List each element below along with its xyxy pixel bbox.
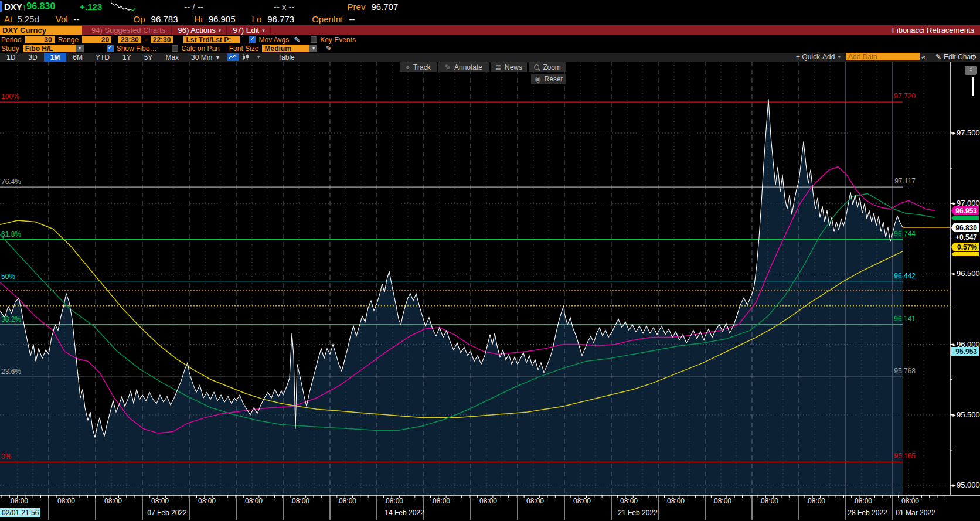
quick-add-button[interactable]: + Quick-Add ▾ <box>796 53 841 61</box>
y-axis-label: ►95.000 <box>952 481 980 489</box>
chevron-down-icon: ▾ <box>262 28 265 33</box>
chevron-down-icon: ▾ <box>219 28 222 33</box>
range-input[interactable]: 20 <box>82 36 111 43</box>
magnifier-icon <box>534 64 539 70</box>
chart-type-dropdown[interactable]: ▾ <box>253 53 264 61</box>
last-trade: -- x -- <box>274 2 295 12</box>
period-input[interactable]: 30 <box>25 36 55 43</box>
at-value: 5:25d <box>17 14 39 24</box>
pencil-icon[interactable]: ✎ <box>325 44 332 53</box>
tick-arrow-icon: ► <box>952 342 957 348</box>
time-axis-label: 08:00 <box>198 497 216 505</box>
edit-menu-button[interactable]: 97) Edit ▾ <box>227 26 270 35</box>
suggested-charts-button[interactable]: 94) Suggested Charts <box>86 26 172 35</box>
date-axis-label: 01 Mar 2022 <box>896 509 935 517</box>
edit-chart-button[interactable]: ✎ Edit Chart <box>935 53 975 61</box>
fib-percent-label: 100% <box>1 93 19 101</box>
tab-5y[interactable]: 5Y <box>138 53 159 62</box>
font-size-label: Font Size <box>229 45 259 53</box>
net-change: +.123 <box>80 2 102 12</box>
pencil-icon: ✎ <box>935 53 941 61</box>
reset-button[interactable]: ◉ Reset <box>531 74 566 84</box>
tab-1m[interactable]: 1M <box>44 53 67 62</box>
news-button[interactable]: ≣ News <box>491 62 527 72</box>
price-area-fill <box>0 99 903 495</box>
mov-avgs-checkbox[interactable] <box>249 36 256 43</box>
key-events-checkbox[interactable] <box>311 36 317 43</box>
tab-max[interactable]: Max <box>159 53 185 62</box>
price-badge: 95.953 <box>951 347 979 356</box>
line-chart-type-icon[interactable] <box>227 53 239 61</box>
sparkline-icon <box>110 1 141 12</box>
pencil-icon[interactable]: ✎ <box>294 35 300 44</box>
tab-1d[interactable]: 1D <box>0 53 22 62</box>
gear-icon[interactable]: ⚙ <box>970 53 977 61</box>
show-fibo-checkbox[interactable] <box>107 45 114 52</box>
crosshair-icon: ⌖ <box>406 63 410 71</box>
low-value: 96.773 <box>267 14 294 24</box>
font-size-value: Medium <box>264 45 291 53</box>
study-value: Fibo H/L <box>25 45 53 53</box>
vol-value: -- <box>74 14 80 24</box>
interval-value: 30 Min <box>191 53 212 62</box>
price-badge: 0.57% <box>951 243 979 251</box>
time-from-input[interactable]: 23:30 <box>118 36 141 43</box>
y-axis-label: ►95.500 <box>952 411 980 419</box>
time-axis-label: 08:00 <box>104 497 122 505</box>
fib-price-label: 96.141 <box>874 315 916 323</box>
fib-price-label: 96.744 <box>874 230 916 238</box>
fib-percent-label: 23.6% <box>1 368 21 376</box>
chart-plot-area: 100%97.72076.4%97.11761.8%96.74450%96.44… <box>0 0 980 521</box>
fib-percent-label: 61.8% <box>1 231 21 239</box>
fib-percent-label: 50% <box>1 273 15 281</box>
price-mode-select[interactable]: Lst Trd/Lst P: <box>183 36 240 43</box>
y-axis-label: ►97.500 <box>952 129 980 137</box>
open-value: 96.783 <box>151 14 178 24</box>
quote-header-row1: DXY ↑ 96.830 +.123 -- / -- -- x -- Prev … <box>0 0 980 13</box>
tick-arrow-icon: ► <box>952 483 957 488</box>
font-size-select[interactable]: Medium ▾ <box>262 45 317 52</box>
bid-ask: -- / -- <box>184 2 203 12</box>
time-axis-label: 08:00 <box>11 497 28 505</box>
tab-3d[interactable]: 3D <box>22 53 43 62</box>
chart-toolbar: 1D 3D 1M 6M YTD 1Y 5Y Max 30 Min ▼ ▾ Tab… <box>0 53 980 62</box>
track-button[interactable]: ⌖ Track <box>400 62 437 72</box>
zoom-button[interactable]: Zoom <box>529 62 566 72</box>
prev-label: Prev <box>348 2 366 12</box>
ma_fast-line <box>0 167 935 433</box>
command-bar: DXY Curncy 94) Suggested Charts 96) Acti… <box>0 25 980 35</box>
period-label: Period <box>1 36 22 44</box>
fib-percent-label: 76.4% <box>1 178 21 186</box>
security-input[interactable]: DXY Curncy <box>0 26 82 35</box>
panel-collapse-icon[interactable]: ▲▼ <box>965 66 977 75</box>
time-axis-label: 08:00 <box>57 497 75 505</box>
reset-label: Reset <box>545 75 563 83</box>
ticker: DXY <box>4 2 22 12</box>
at-label: At <box>4 14 12 24</box>
candlestick-chart-type-icon[interactable] <box>240 53 251 61</box>
time-axis-label: 08:00 <box>667 497 685 505</box>
high-value: 96.905 <box>209 14 236 24</box>
chevron-down-icon: ▾ <box>838 54 841 60</box>
collapse-panel-button[interactable]: « <box>921 53 925 61</box>
high-label: Hi <box>195 14 203 24</box>
interval-select[interactable]: 30 Min ▼ <box>185 53 226 62</box>
fib-price-label: 97.117 <box>874 178 916 185</box>
quick-add-label: + Quick-Add <box>796 53 835 61</box>
add-data-input[interactable]: Add Data <box>846 53 920 60</box>
annotate-button[interactable]: ✎ Annotate <box>438 62 489 72</box>
chevron-down-icon: ▾ <box>309 45 317 52</box>
table-button[interactable]: Table <box>278 53 295 62</box>
tab-6m[interactable]: 6M <box>66 53 89 62</box>
axis-drag-handle[interactable] <box>972 77 974 96</box>
chart-canvas[interactable] <box>0 0 980 521</box>
tab-ytd[interactable]: YTD <box>89 53 116 62</box>
show-fibo-label: Show Fibo… <box>117 45 157 53</box>
tab-1y[interactable]: 1Y <box>116 53 138 62</box>
study-select[interactable]: Fibo H/L ▾ <box>23 45 84 52</box>
actions-menu-button[interactable]: 96) Actions ▾ <box>172 26 227 35</box>
pencil-icon: ✎ <box>445 63 451 71</box>
calc-on-pan-checkbox[interactable] <box>172 45 178 52</box>
settings-row-2: Study Fibo H/L ▾ Show Fibo… Calc on Pan … <box>0 44 980 53</box>
time-to-input[interactable]: 22:30 <box>151 36 173 43</box>
